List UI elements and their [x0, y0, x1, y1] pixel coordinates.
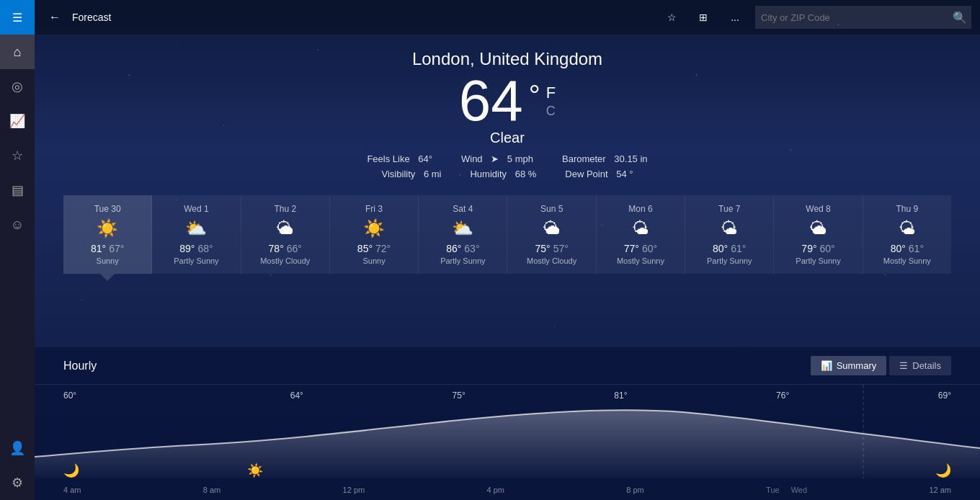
forecast-icon-7: 🌤 — [721, 218, 738, 238]
barometer-value: 30.15 in — [614, 153, 647, 164]
forecast-lo-0: 67° — [109, 243, 124, 254]
day-label-wed: Wed — [791, 486, 807, 494]
dew-point-value: 54 ° — [616, 169, 633, 179]
account-icon: 👤 — [9, 440, 25, 456]
topbar-actions: ☆ ⊞ ... — [657, 3, 749, 32]
back-button[interactable]: ← — [43, 6, 66, 29]
forecast-lo-8: 60° — [820, 243, 835, 254]
sidebar-item-favorites[interactable]: ☆ — [0, 138, 35, 173]
sidebar-hamburger-button[interactable]: ☰ — [0, 0, 35, 35]
forecast-date-6: Mon 6 — [628, 204, 652, 214]
time-label-4pm: 4 pm — [487, 486, 504, 494]
hourly-title: Hourly — [63, 360, 811, 372]
forecast-date-0: Tue 30 — [94, 204, 121, 214]
main-content: ← Forecast ☆ ⊞ ... 🔍 London, United King… — [35, 0, 980, 500]
forecast-icon-8: 🌥 — [810, 218, 827, 238]
hourly-icon-4am: 🌙 — [63, 463, 79, 478]
favorites-icon: ☆ — [12, 148, 23, 164]
forecast-hi-5: 75° — [535, 243, 550, 254]
forecast-temps-7: 80° 61° — [713, 243, 746, 254]
forecast-icon-2: 🌥 — [277, 218, 294, 238]
forecast-day-7[interactable]: Tue 7 🌤 80° 61° Partly Sunny — [685, 195, 774, 274]
forecast-hi-0: 81° — [91, 243, 106, 254]
dew-point: Dew Point 54 ° — [565, 169, 633, 179]
settings-icon: ⚙ — [12, 475, 23, 491]
forecast-cond-2: Mostly Cloudy — [260, 256, 310, 265]
weather-content: London, United Kingdom 64 ° F C Clear Fe… — [35, 35, 980, 347]
degree-symbol: ° — [529, 72, 540, 112]
forecast-lo-2: 66° — [287, 243, 302, 254]
forecast-hi-6: 77° — [624, 243, 639, 254]
forecast-temps-8: 79° 60° — [801, 243, 834, 254]
search-icon: 🔍 — [953, 11, 967, 24]
barometer-label: Barometer — [562, 153, 606, 164]
hourly-temp-8pm: 76° — [776, 390, 789, 401]
sidebar-item-news[interactable]: ▤ — [0, 173, 35, 207]
forecast-day-8[interactable]: Wed 8 🌥 79° 60° Partly Sunny — [774, 195, 863, 274]
forecast-date-9: Thu 9 — [896, 204, 918, 214]
home-icon: ⌂ — [14, 45, 22, 60]
forecast-day-5[interactable]: Sun 5 🌥 75° 57° Mostly Cloudy — [507, 195, 596, 274]
feels-like: Feels Like 64° — [367, 153, 432, 164]
forecast-icon-0: ☀️ — [97, 218, 118, 238]
forecast-day-2[interactable]: Thu 2 🌥 78° 66° Mostly Cloudy — [241, 195, 330, 274]
topbar: ← Forecast ☆ ⊞ ... 🔍 — [35, 0, 980, 35]
summary-button[interactable]: 📊 Summary — [811, 356, 887, 375]
pin-icon: ⊞ — [699, 12, 708, 23]
forecast-temps-5: 75° 57° — [535, 243, 568, 254]
forecast-hi-2: 78° — [269, 243, 284, 254]
list-icon: ☰ — [899, 360, 908, 371]
hourly-icon-8am: ☀️ — [247, 463, 263, 478]
forecast-temps-9: 80° 61° — [891, 243, 924, 254]
forecast-day-0[interactable]: Tue 30 ☀️ 81° 67° Sunny — [63, 195, 152, 274]
hourly-temp-8am: 64° — [290, 390, 303, 401]
more-button[interactable]: ... — [721, 3, 749, 32]
details-label: Details — [912, 360, 941, 371]
sidebar-item-health[interactable]: ☺ — [0, 207, 35, 242]
barometer: Barometer 30.15 in — [562, 153, 648, 164]
humidity: Humidity 68 % — [470, 169, 536, 179]
forecast-date-3: Fri 3 — [365, 204, 383, 214]
details-button[interactable]: ☰ Details — [889, 356, 951, 375]
search-box: 🔍 — [755, 6, 971, 29]
forecast-day-1[interactable]: Wed 1 ⛅ 89° 68° Partly Sunny — [152, 195, 241, 274]
time-label-12pm: 12 pm — [343, 486, 365, 494]
time-label-8am: 8 am — [203, 486, 220, 494]
forecast-day-6[interactable]: Mon 6 🌤 77° 60° Mostly Sunny — [597, 195, 685, 274]
search-button[interactable]: 🔍 — [948, 6, 971, 29]
fahrenheit-button[interactable]: F — [546, 84, 556, 102]
sidebar-item-account[interactable]: 👤 — [0, 431, 35, 465]
sidebar-item-home[interactable]: ⌂ — [0, 35, 35, 69]
forecast-day-3[interactable]: Fri 3 ☀️ 85° 72° Sunny — [330, 195, 419, 274]
time-label-4am: 4 am — [63, 486, 81, 494]
forecast-cond-0: Sunny — [97, 256, 119, 265]
forecast-cond-6: Mostly Sunny — [617, 256, 664, 265]
hourly-view-buttons: 📊 Summary ☰ Details — [811, 356, 951, 375]
search-input[interactable] — [755, 12, 948, 23]
sidebar-item-charts[interactable]: 📈 — [0, 104, 35, 138]
forecast-temps-6: 77° 60° — [624, 243, 657, 254]
forecast-temps-0: 81° 67° — [91, 243, 124, 254]
forecast-cond-7: Partly Sunny — [707, 256, 752, 265]
sidebar-item-settings[interactable]: ⚙ — [0, 465, 35, 500]
wind-value: 5 mph — [507, 153, 533, 164]
chart-icon: 📊 — [821, 360, 832, 371]
city-name: London, United Kingdom — [412, 49, 602, 69]
forecast-date-4: Sat 4 — [453, 204, 473, 214]
celsius-button[interactable]: C — [546, 104, 556, 119]
temperature-value: 64 — [459, 72, 523, 130]
sidebar-item-forecast[interactable]: ◎ — [0, 69, 35, 104]
wind-label: Wind — [461, 153, 483, 164]
more-icon: ... — [731, 12, 739, 23]
forecast-cond-4: Partly Sunny — [440, 256, 485, 265]
forecast-temps-3: 85° 72° — [357, 243, 391, 254]
hourly-temp-4pm: 81° — [614, 390, 627, 401]
forecast-lo-9: 61° — [909, 243, 924, 254]
forecast-icon-1: ⛅ — [185, 218, 207, 238]
forecast-day-4[interactable]: Sat 4 ⛅ 86° 63° Partly Sunny — [419, 195, 507, 274]
forecast-lo-4: 63° — [464, 243, 479, 254]
pin-button[interactable]: ⊞ — [689, 3, 718, 32]
temperature-display: 64 ° F C — [459, 72, 556, 130]
favorite-button[interactable]: ☆ — [657, 3, 686, 32]
forecast-day-9[interactable]: Thu 9 🌤 80° 61° Mostly Sunny — [863, 195, 951, 274]
